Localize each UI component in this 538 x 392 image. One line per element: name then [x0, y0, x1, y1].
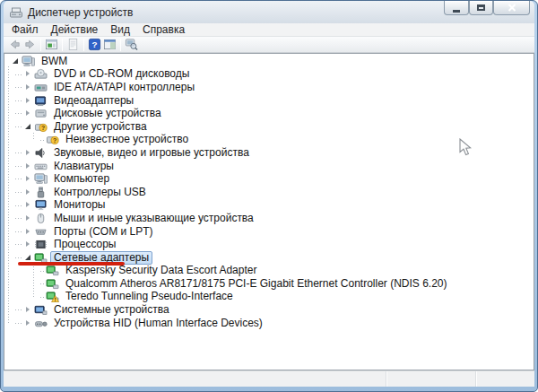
expander-collapsed-icon[interactable] [24, 240, 32, 248]
network-adapter-warning-icon [46, 291, 59, 302]
tree-item-root-bwm[interactable]: BWM [12, 55, 534, 68]
tree-item-label[interactable]: Дисковые устройства [50, 107, 165, 120]
expander-collapsed-icon[interactable] [24, 306, 32, 314]
tree-item-label[interactable]: Процессоры [50, 238, 120, 251]
tree-item-sound-video-game[interactable]: Звуковые, видео и игровые устройства [12, 146, 534, 160]
show-action-pane-icon[interactable] [102, 37, 117, 52]
tree-item-label[interactable]: Порты (COM и LPT) [50, 225, 157, 239]
tree-item-label[interactable]: Компьютер [50, 172, 113, 186]
tree-item-processors[interactable]: Процессоры [12, 238, 534, 251]
help-icon[interactable] [87, 37, 102, 52]
expander-collapsed-icon[interactable] [24, 228, 32, 236]
menu-help[interactable]: Справка [136, 23, 191, 37]
tree-item-label[interactable]: Kaspersky Security Data Escort Adapter [62, 264, 260, 277]
expander-expanded-icon[interactable] [12, 57, 20, 65]
tree-item-label[interactable]: Мониторы [50, 198, 108, 212]
expander-expanded-icon[interactable] [24, 254, 32, 262]
tree-item-hid-devices[interactable]: Устройства HID (Human Interface Devices) [12, 317, 534, 330]
tree-item-ide-controllers[interactable]: IDE ATA/ATAPI контроллеры [12, 81, 534, 94]
expander-collapsed-icon[interactable] [24, 188, 32, 196]
tree-connector-line [8, 66, 9, 324]
device-manager-window: Диспетчер устройств Файл Действие Вид Сп… [0, 0, 538, 392]
menu-action[interactable]: Действие [45, 23, 105, 37]
tree-item-computer[interactable]: Компьютер [12, 172, 534, 186]
mouse-cursor [459, 138, 472, 157]
status-bar [4, 370, 534, 387]
expander-collapsed-icon[interactable] [24, 149, 32, 157]
expander-collapsed-icon[interactable] [24, 70, 32, 78]
computer-icon [22, 56, 35, 67]
unknown-device-icon [34, 121, 48, 133]
tree-item-label[interactable]: Устройства HID (Human Interface Devices) [50, 317, 266, 330]
mouse-icon [34, 213, 48, 224]
tree-item-monitors[interactable]: Мониторы [12, 199, 534, 213]
tree-item-unknown-device[interactable]: Неизвестное устройство [12, 134, 534, 147]
tree-item-video-adapters[interactable]: Видеоадаптеры [12, 94, 534, 108]
tree-item-dvd-cdrom[interactable]: DVD и CD-ROM дисководы [12, 68, 534, 82]
port-icon [34, 226, 48, 238]
scan-hardware-changes-icon[interactable] [124, 37, 139, 52]
tree-item-label[interactable]: Видеоадаптеры [50, 94, 137, 108]
toolbar-separator [40, 39, 41, 51]
close-button[interactable] [493, 1, 530, 15]
maximize-button[interactable] [469, 1, 493, 15]
tree-item-label[interactable]: IDE ATA/ATAPI контроллеры [50, 81, 198, 94]
tree-item-system-devices[interactable]: Системные устройства [12, 303, 534, 317]
toolbar-separator [83, 39, 84, 51]
tree-item-label[interactable]: Мыши и иные указывающие устройства [50, 212, 257, 225]
tree-item-label[interactable]: Клавиатуры [50, 160, 117, 173]
minimize-button[interactable] [444, 1, 469, 15]
tree-item-usb-controllers[interactable]: Контроллеры USB [12, 186, 534, 199]
expander-collapsed-icon[interactable] [24, 214, 32, 222]
system-devices-icon [34, 304, 48, 316]
device-tree-pane[interactable]: BWM DVD и CD-ROM дисководы IDE ATA/ATAPI… [4, 53, 534, 370]
tree-item-label[interactable]: Системные устройства [50, 303, 173, 317]
tree-item-label[interactable]: DVD и CD-ROM дисководы [50, 67, 193, 81]
tree-item-label[interactable]: Контроллеры USB [50, 186, 150, 199]
expander-collapsed-icon[interactable] [24, 83, 32, 91]
tree-item-label[interactable]: BWM [38, 55, 71, 68]
expander-expanded-icon[interactable] [24, 123, 32, 131]
tree-item-label[interactable]: Teredo Tunneling Pseudo-Interface [62, 290, 237, 303]
maximize-icon [477, 4, 485, 11]
status-section [4, 371, 386, 387]
tree-item-teredo-interface[interactable]: Teredo Tunneling Pseudo-Interface [12, 291, 534, 304]
toolbar-separator [62, 39, 63, 51]
expander-collapsed-icon[interactable] [24, 319, 32, 327]
close-icon [508, 4, 516, 12]
tree-item-ports[interactable]: Порты (COM и LPT) [12, 225, 534, 239]
back-icon[interactable] [7, 37, 22, 52]
menu-view[interactable]: Вид [104, 23, 136, 37]
caption-buttons [444, 1, 530, 15]
tree-item-disk-devices[interactable]: Дисковые устройства [12, 107, 534, 120]
tree-item-label[interactable]: Неизвестное устройство [62, 133, 192, 146]
tree-item-label[interactable]: Qualcomm Atheros AR8171/8175 PCI-E Gigab… [62, 277, 451, 291]
expander-collapsed-icon[interactable] [24, 201, 32, 209]
menu-file[interactable]: Файл [4, 23, 45, 37]
ide-controller-icon [34, 82, 48, 93]
monitor-icon [34, 199, 48, 211]
forward-icon[interactable] [22, 37, 38, 52]
red-underline-annotation [18, 262, 125, 266]
tree-item-label[interactable]: Другие устройства [50, 120, 151, 134]
device-tree: BWM DVD и CD-ROM дисководы IDE ATA/ATAPI… [4, 54, 534, 329]
properties-icon[interactable] [65, 37, 81, 52]
computer-icon [34, 173, 48, 185]
expander-collapsed-icon[interactable] [24, 162, 32, 170]
expander-collapsed-icon[interactable] [24, 175, 32, 183]
show-console-tree-icon[interactable] [44, 37, 59, 52]
tree-item-label[interactable]: Звуковые, видео и игровые устройства [50, 146, 253, 160]
toolbar-separator [120, 39, 121, 51]
expander-collapsed-icon[interactable] [24, 109, 32, 118]
tree-item-keyboards[interactable]: Клавиатуры [12, 160, 534, 173]
tree-item-other-devices[interactable]: Другие устройства [12, 120, 534, 134]
tree-item-mice[interactable]: Мыши и иные указывающие устройства [12, 212, 534, 225]
titlebar[interactable]: Диспетчер устройств [4, 1, 534, 23]
device-manager-app-icon [9, 6, 23, 19]
tree-item-qualcomm-adapter[interactable]: Qualcomm Atheros AR8171/8175 PCI-E Gigab… [12, 277, 534, 291]
expander-collapsed-icon[interactable] [24, 97, 32, 105]
network-adapter-icon [46, 265, 59, 276]
tree-item-kaspersky-adapter[interactable]: Kaspersky Security Data Escort Adapter [12, 265, 534, 278]
cd-drive-icon [34, 68, 48, 80]
status-section [386, 371, 475, 387]
